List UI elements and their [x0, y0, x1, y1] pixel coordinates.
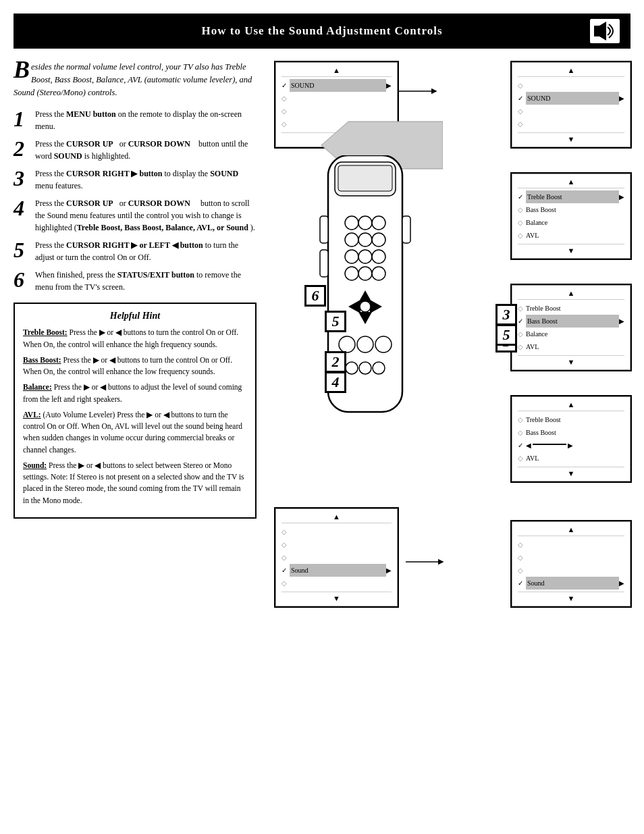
svg-point-25 — [357, 336, 373, 353]
svg-point-27 — [346, 362, 358, 374]
menu-box-top-right: ▲ ◇ ✓SOUND▶ ◇ ◇ ▼ — [510, 61, 632, 149]
left-column: B esides the normal volume level control… — [14, 61, 257, 615]
svg-point-11 — [358, 233, 372, 246]
svg-point-17 — [358, 267, 372, 280]
main-layout: B esides the normal volume level control… — [14, 61, 630, 615]
svg-point-26 — [375, 336, 392, 353]
step-text-2: Press the CURSOR UP or CURSOR DOWN butto… — [35, 138, 257, 162]
diagrams-wrapper: ▲ ✓SOUND▶ ◇ ◇ ◇ ▼ — [267, 61, 632, 615]
svg-point-28 — [359, 362, 371, 374]
svg-rect-30 — [320, 216, 328, 243]
step-2: 2 Press the CURSOR UP or CURSOR DOWN but… — [14, 138, 257, 162]
svg-point-10 — [345, 233, 358, 246]
page-title: How to Use the Sound Adjustment Controls — [54, 24, 590, 38]
hint-balance-label: Balance: — [23, 383, 52, 391]
step-text-5: Press the CURSOR RIGHT ▶ or LEFT ◀ butto… — [35, 239, 257, 263]
steps-container: 1 Press the MENU button on the remote to… — [14, 108, 257, 293]
svg-point-9 — [372, 216, 385, 230]
svg-point-24 — [339, 336, 355, 353]
hint-sound: Sound: Press the ▶ or ◀ buttons to selec… — [23, 460, 247, 506]
step-text-3: Press the CURSOR RIGHT ▶ button to displ… — [35, 167, 257, 192]
hint-bass-label: Bass Boost: — [23, 356, 61, 364]
svg-marker-1 — [599, 22, 606, 41]
svg-point-23 — [360, 301, 371, 312]
sound-icon — [590, 19, 620, 43]
step-text-1: Press the MENU button on the remote to d… — [35, 108, 257, 132]
hint-avl-text: (Auto Volume Leveler) Press the ▶ or ◀ b… — [23, 411, 242, 454]
drop-cap: B — [14, 61, 30, 79]
hint-avl: AVL: (Auto Volume Leveler) Press the ▶ o… — [23, 409, 247, 456]
step-5: 5 Press the CURSOR RIGHT ▶ or LEFT ◀ but… — [14, 239, 257, 263]
diag-step-4a: 4 — [325, 371, 346, 393]
svg-rect-31 — [320, 250, 328, 277]
hint-treble-label: Treble Boost: — [23, 328, 68, 336]
svg-rect-0 — [594, 26, 599, 36]
step-4: 4 Press the CURSOR UP or CURSOR DOWN but… — [14, 197, 257, 234]
step-3: 3 Press the CURSOR RIGHT ▶ button to dis… — [14, 167, 257, 192]
arrow-bot — [406, 555, 446, 569]
hint-avl-label: AVL: — [23, 411, 41, 419]
header-bar: How to Use the Sound Adjustment Controls — [14, 14, 630, 49]
arrow-1-to-2 — [399, 84, 439, 98]
svg-point-8 — [358, 216, 372, 230]
diag-step-6: 6 — [304, 285, 326, 307]
intro-body: esides the normal volume level control, … — [14, 62, 252, 97]
svg-point-7 — [345, 216, 358, 230]
step-number-3: 3 — [14, 167, 30, 189]
svg-point-15 — [372, 250, 385, 263]
diag-step-5b: 5 — [495, 324, 517, 346]
svg-point-18 — [372, 267, 385, 280]
right-column: ▲ ✓SOUND▶ ◇ ◇ ◇ ▼ — [267, 61, 632, 615]
diag-step-3a: 3 — [495, 304, 517, 325]
diag-step-5a: 5 — [325, 311, 346, 332]
menu-box-bot-left: ▲ ◇ ◇ ◇ ✓Sound▶ ◇ ▼ — [274, 507, 399, 608]
step-number-5: 5 — [14, 239, 30, 261]
hint-sound-text: Press the ▶ or ◀ buttons to select betwe… — [23, 461, 244, 504]
svg-point-13 — [345, 250, 358, 263]
svg-point-12 — [372, 233, 385, 246]
step-number-6: 6 — [14, 269, 30, 290]
step-number-2: 2 — [14, 138, 30, 159]
svg-rect-32 — [402, 216, 410, 243]
diag-step-2a: 2 — [325, 351, 346, 373]
menu-box-mid-1: ▲ ✓Treble Boost▶ ◇Bass Boost ◇Balance ◇A… — [510, 172, 632, 260]
intro-text: B esides the normal volume level control… — [14, 61, 257, 99]
step-1: 1 Press the MENU button on the remote to… — [14, 108, 257, 132]
svg-point-14 — [358, 250, 372, 263]
step-number-1: 1 — [14, 108, 30, 130]
step-6: 6 When finished, press the STATUS/EXIT b… — [14, 269, 257, 293]
hint-treble: Treble Boost: Press the ▶ or ◀ buttons t… — [23, 327, 247, 350]
step-text-6: When finished, press the STATUS/EXIT but… — [35, 269, 257, 293]
hint-box: Helpful Hint Treble Boost: Press the ▶ o… — [14, 303, 257, 519]
hint-title: Helpful Hint — [23, 311, 247, 321]
hint-bass: Bass Boost: Press the ▶ or ◀ buttons to … — [23, 355, 247, 378]
step-text-4: Press the CURSOR UP or CURSOR DOWN butto… — [35, 197, 257, 234]
hint-balance-text: Press the ▶ or ◀ buttons to adjust the l… — [23, 383, 242, 402]
menu-box-bot-right: ▲ ◇ ◇ ◇ ✓Sound▶ ▼ — [510, 520, 632, 608]
svg-point-29 — [373, 362, 385, 374]
step-number-4: 4 — [14, 197, 30, 219]
hint-balance: Balance: Press the ▶ or ◀ buttons to adj… — [23, 382, 247, 405]
svg-rect-6 — [338, 165, 392, 191]
hint-sound-label: Sound: — [23, 461, 47, 469]
menu-box-mid-3: ▲ ◇Treble Boost ◇Bass Boost ✓◀▶ ◇AVL ▼ — [510, 395, 632, 483]
page-container: How to Use the Sound Adjustment Controls… — [14, 14, 630, 615]
menu-box-mid-2: ▲ ◇Treble Boost ✓Bass Boost▶ ◇Balance ◇A… — [510, 284, 632, 371]
svg-point-16 — [345, 267, 358, 280]
